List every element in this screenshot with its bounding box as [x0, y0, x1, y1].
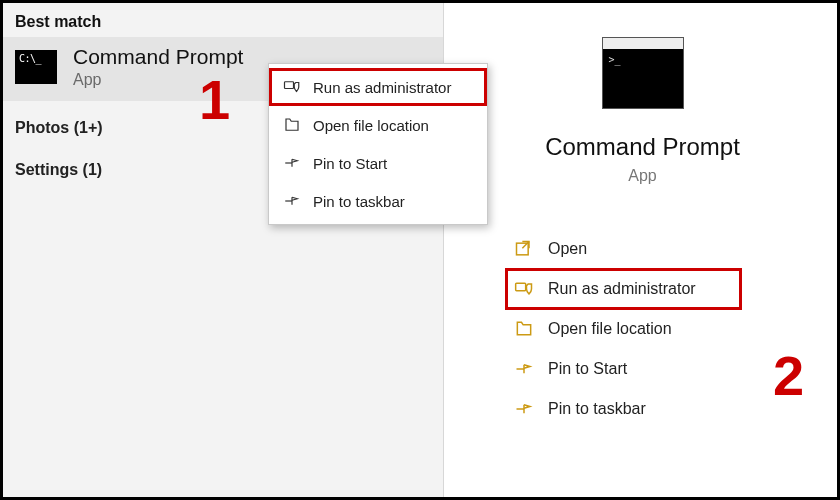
- context-pin-to-taskbar[interactable]: Pin to taskbar: [269, 182, 487, 220]
- context-pin-to-start[interactable]: Pin to Start: [269, 144, 487, 182]
- context-item-label: Open file location: [313, 117, 429, 134]
- best-match-text: Command Prompt App: [73, 45, 243, 89]
- pin-icon: [514, 359, 534, 379]
- details-actions: Open Run as administrator Open file loca…: [444, 229, 840, 429]
- action-label: Pin to taskbar: [548, 400, 646, 418]
- context-open-file-location[interactable]: Open file location: [269, 106, 487, 144]
- folder-icon: [514, 319, 534, 339]
- best-match-subtitle: App: [73, 71, 243, 89]
- pin-icon: [283, 154, 301, 172]
- context-item-label: Run as administrator: [313, 79, 451, 96]
- context-item-label: Pin to taskbar: [313, 193, 405, 210]
- command-prompt-small-icon: [15, 50, 57, 84]
- shield-icon: [283, 78, 301, 96]
- action-pin-to-start[interactable]: Pin to Start: [506, 349, 840, 389]
- open-icon: [514, 239, 534, 259]
- pin-icon: [283, 192, 301, 210]
- best-match-header: Best match: [3, 3, 443, 37]
- details-app-type: App: [444, 167, 840, 185]
- action-open-file-location[interactable]: Open file location: [506, 309, 840, 349]
- pin-icon: [514, 399, 534, 419]
- context-menu: Run as administrator Open file location …: [268, 63, 488, 225]
- context-item-label: Pin to Start: [313, 155, 387, 172]
- details-app-title: Command Prompt: [444, 133, 840, 161]
- action-label: Pin to Start: [548, 360, 627, 378]
- folder-icon: [283, 116, 301, 134]
- context-run-as-admin[interactable]: Run as administrator: [269, 68, 487, 106]
- best-match-title: Command Prompt: [73, 45, 243, 69]
- svg-rect-2: [516, 283, 526, 291]
- shield-icon: [514, 279, 534, 299]
- action-open[interactable]: Open: [506, 229, 840, 269]
- action-label: Open file location: [548, 320, 672, 338]
- action-label: Run as administrator: [548, 280, 696, 298]
- action-run-as-admin[interactable]: Run as administrator: [506, 269, 741, 309]
- details-panel: Command Prompt App Open Run as administr…: [443, 3, 840, 497]
- action-label: Open: [548, 240, 587, 258]
- action-pin-to-taskbar[interactable]: Pin to taskbar: [506, 389, 840, 429]
- command-prompt-large-icon: [602, 37, 684, 109]
- svg-rect-0: [285, 82, 294, 89]
